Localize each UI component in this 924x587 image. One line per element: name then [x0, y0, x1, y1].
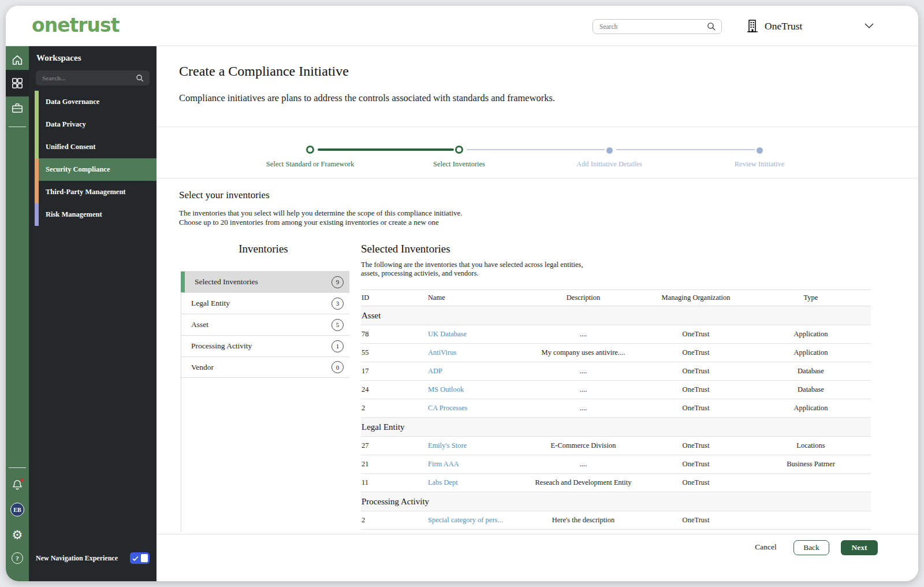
inventory-filter-label: Selected Inventories [195, 277, 331, 287]
sidebar-item-label: Data Privacy [39, 113, 157, 136]
check-icon [132, 555, 139, 562]
inventory-filter-label: Processing Activity [191, 341, 331, 351]
table-row: 55 AntiVirus My company uses antivire...… [361, 344, 871, 362]
next-button[interactable]: Next [841, 540, 878, 555]
help-icon[interactable]: ? [6, 547, 29, 570]
selected-inventories-heading: Selected Inventories [361, 243, 450, 255]
cell-type: Locations [751, 441, 871, 450]
cell-type: Application [751, 404, 871, 413]
sidebar-item-data-privacy[interactable]: Data Privacy [35, 113, 157, 136]
accent-bar [35, 158, 39, 181]
search-icon [136, 74, 144, 83]
briefcase-icon[interactable] [6, 96, 29, 120]
section-description: The inventories that you select will hel… [179, 209, 463, 227]
cell-type: Database [751, 385, 871, 394]
inventory-link[interactable]: Special category of pers... [427, 516, 526, 525]
step-3-marker[interactable] [606, 147, 613, 154]
sidebar-item-data-governance[interactable]: Data Governance [35, 91, 157, 113]
column-header-description: Description [526, 294, 641, 302]
grid-icon[interactable] [6, 70, 29, 96]
step-1-marker[interactable] [306, 146, 314, 154]
workspace-menu: Data Governance Data Privacy Unified Con… [35, 91, 157, 226]
inventory-filter-vendor[interactable]: Vendor 0 [181, 356, 349, 378]
count-badge: 1 [331, 340, 344, 352]
table-group-header: Legal Entity [361, 418, 871, 437]
workspaces-title: Workspaces [36, 53, 81, 63]
cell-id: 24 [361, 385, 427, 394]
cell-type: Application [751, 330, 871, 339]
sidebar-item-unified-consent[interactable]: Unified Consent [35, 136, 157, 158]
workspace-search-input[interactable] [41, 74, 136, 82]
cell-description: Here's the description [526, 516, 641, 525]
inventory-link[interactable]: ADP [427, 367, 526, 376]
chevron-down-icon[interactable] [864, 23, 874, 29]
accent-bar [35, 136, 39, 158]
inventory-filter-legal-entity[interactable]: Legal Entity 3 [181, 292, 349, 314]
sidebar-item-risk-management[interactable]: Risk Management [35, 203, 157, 226]
org-switcher[interactable]: OneTrust [746, 6, 802, 46]
inventory-filter-processing-activity[interactable]: Processing Activity 1 [181, 335, 349, 356]
cell-id: 27 [361, 441, 427, 450]
back-button[interactable]: Back [793, 540, 829, 555]
avatar-initials: EB [10, 503, 24, 517]
step-4-label[interactable]: Review Initiative [696, 160, 823, 169]
inventories-heading: Inventories [206, 243, 321, 255]
stepper-connector [318, 148, 454, 151]
cell-id: 11 [361, 478, 427, 487]
inventory-link[interactable]: AntiVirus [427, 348, 526, 357]
inventory-filter-label: Vendor [191, 363, 331, 372]
inventory-link[interactable]: MS Outlook [427, 385, 526, 394]
workspaces-panel: Workspaces Data Governance Data Privacy [29, 46, 157, 581]
top-header: onetrust OneTrust [6, 6, 918, 46]
group-name: Processing Activity [362, 497, 429, 507]
accent-bar [35, 113, 39, 136]
workspace-search[interactable] [36, 70, 150, 86]
home-icon[interactable] [6, 49, 29, 72]
step-2-label[interactable]: Select Inventories [396, 160, 523, 169]
onetrust-logo[interactable]: onetrust [32, 14, 120, 36]
cancel-button[interactable]: Cancel [751, 542, 780, 552]
cell-id: 2 [361, 404, 427, 413]
cell-org: OneTrust [641, 441, 751, 450]
inventory-link[interactable]: CA Processes [427, 404, 526, 413]
app-window: onetrust OneTrust [6, 6, 918, 581]
sidebar-item-third-party-management[interactable]: Third-Party Management [35, 181, 157, 203]
rail-divider-bottom [9, 467, 26, 468]
new-navigation-toggle[interactable] [130, 552, 150, 564]
table-group-header: Processing Activity [361, 492, 871, 511]
sidebar-item-label: Data Governance [39, 91, 157, 113]
table-header: ID Name Description Managing Organizatio… [361, 289, 871, 306]
cell-description: Reseach and Development Entity [526, 478, 641, 487]
inventory-link[interactable]: UK Database [427, 330, 526, 339]
notification-dot [20, 478, 24, 482]
global-search[interactable] [593, 19, 722, 34]
step-1-label[interactable]: Select Standard or Framework [247, 160, 374, 169]
inventory-link[interactable]: Firm AAA [427, 460, 526, 469]
step-3-label[interactable]: Add Initiative Detailes [546, 160, 673, 169]
inventory-filter-asset[interactable]: Asset 5 [181, 314, 349, 335]
step-2-marker[interactable] [455, 146, 463, 154]
section-title: Select your inventories [179, 190, 270, 201]
step-4-marker[interactable] [757, 147, 763, 154]
building-icon [746, 19, 759, 33]
selected-inventories-description-line1: The following are the inventories that y… [361, 261, 583, 269]
icon-rail: EB ⚙ ? [6, 46, 29, 581]
table-row: 21 Firm AAA .... OneTrust Business Patrn… [361, 455, 871, 474]
global-search-input[interactable] [598, 23, 707, 31]
rail-divider [9, 127, 26, 127]
table-row: 78 UK Database .... OneTrust Application [361, 325, 871, 344]
inventory-filter-label: Legal Entity [191, 299, 331, 308]
cell-id: 55 [361, 348, 427, 357]
bell-icon[interactable] [6, 473, 29, 496]
table-row: 2 CA Processes .... OneTrust Application [361, 399, 871, 418]
inventory-filter-selected-inventories[interactable]: Selected Inventories 9 [181, 271, 349, 292]
inventory-link[interactable]: Labs Dept [427, 478, 526, 487]
gear-icon[interactable]: ⚙ [6, 523, 29, 547]
cell-description: .... [526, 330, 641, 339]
table-row: 2 Special category of pers... Here's the… [361, 511, 871, 530]
sidebar-item-security-compliance[interactable]: Security Compliance [35, 158, 157, 181]
user-avatar[interactable]: EB [6, 498, 29, 521]
page-title: Create a Compliance Initiative [179, 64, 349, 79]
sidebar-item-label: Risk Management [39, 203, 157, 226]
inventory-link[interactable]: Emily's Store [427, 441, 526, 450]
